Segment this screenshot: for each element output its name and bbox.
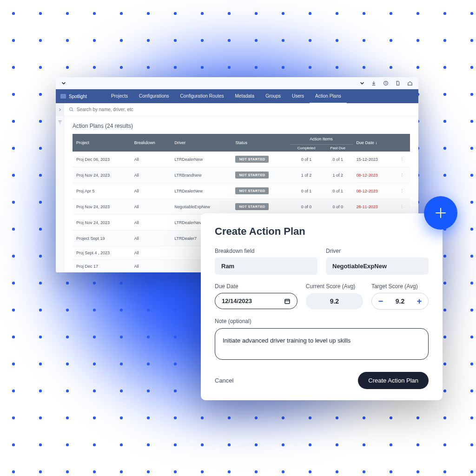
note-value: Initiate advanced driver training to lev… <box>223 337 350 344</box>
svg-point-1 <box>70 108 73 111</box>
breakdown-value: Ram <box>215 258 317 275</box>
table-row[interactable]: Proj Dec 06, 2023AllLTRDealerNewNOT STAR… <box>73 152 410 167</box>
cell-status: NOT STARTED <box>231 152 290 167</box>
current-score-value: 9.2 <box>306 293 363 310</box>
target-score-value: 9.2 <box>396 298 404 305</box>
cell-due-date: 08-12-2023 <box>353 183 394 199</box>
row-menu-icon[interactable]: ⋮ <box>394 167 410 183</box>
dialog-title: Create Action Plan <box>215 225 429 238</box>
submit-button[interactable]: Create Action Plan <box>358 372 429 389</box>
cell-breakdown: All <box>131 246 171 260</box>
current-score-label: Current Score (Avg) <box>306 283 363 290</box>
cell-project: Proj Apr 5 <box>73 183 131 199</box>
main-nav: Spotlight Projects Configurations Config… <box>56 89 418 103</box>
col-completed[interactable]: Completed <box>290 145 323 152</box>
col-past-due[interactable]: Past Due <box>323 145 353 152</box>
cell-project: Proj Sept 4 , 2023 <box>73 246 131 260</box>
cell-completed: 0 of 1 <box>290 183 323 199</box>
calendar-icon <box>284 298 291 304</box>
create-fab[interactable] <box>424 196 457 230</box>
driver-value: NegotiableExpNew <box>326 258 429 275</box>
left-gutter <box>56 116 64 272</box>
clock-icon[interactable] <box>383 80 389 86</box>
search-input[interactable] <box>77 107 414 112</box>
cell-completed: 0 of 0 <box>290 199 323 215</box>
cell-project: Proj Nov 24, 2023 <box>73 167 131 183</box>
nav-metadata[interactable]: Metadata <box>229 89 260 104</box>
table-row[interactable]: Proj Nov 24, 2023AllNegotiableExpNewNOT … <box>73 199 410 215</box>
cell-driver: LTRDealerNew <box>171 183 231 199</box>
cell-breakdown: All <box>131 199 171 215</box>
stepper-minus[interactable]: − <box>377 297 385 305</box>
download-icon[interactable] <box>371 80 377 86</box>
nav-projects[interactable]: Projects <box>106 89 133 104</box>
col-status[interactable]: Status <box>231 134 290 152</box>
cell-past-due: 1 of 2 <box>323 167 353 183</box>
cell-breakdown: All <box>131 260 171 273</box>
cell-project: Proj Nov 24, 2023 <box>73 215 131 231</box>
breakdown-label: Breakdown field <box>215 248 317 254</box>
cell-status: NOT STARTED <box>231 199 290 215</box>
nav-users[interactable]: Users <box>286 89 310 104</box>
duedate-label: Due Date <box>215 283 298 290</box>
search-wrap <box>64 107 418 112</box>
cell-project: Proj Dec 17 <box>73 260 131 273</box>
cancel-button[interactable]: Cancel <box>215 377 233 384</box>
cell-status: NOT STARTED <box>231 167 290 183</box>
window-topbar <box>56 77 418 89</box>
note-label: Note (optional) <box>215 318 429 324</box>
col-driver[interactable]: Driver <box>171 134 231 152</box>
brand[interactable]: Spotlight <box>60 94 87 99</box>
cell-breakdown: All <box>131 152 171 167</box>
cell-driver: NegotiableExpNew <box>171 199 231 215</box>
cell-breakdown: All <box>131 231 171 246</box>
row-menu-icon[interactable]: ⋮ <box>394 183 410 199</box>
sidebar-collapse-handle[interactable] <box>56 103 64 116</box>
cell-breakdown: All <box>131 215 171 231</box>
nav-config-routes[interactable]: Configuration Routes <box>175 89 230 104</box>
cell-due-date: 08-12-2023 <box>353 167 394 183</box>
col-due-date[interactable]: Due Date ↓ <box>353 134 394 152</box>
brand-label: Spotlight <box>69 94 87 99</box>
nav-action-plans[interactable]: Action Plans <box>310 89 347 104</box>
col-project[interactable]: Project <box>73 134 131 152</box>
nav-groups[interactable]: Groups <box>260 89 286 104</box>
table-row[interactable]: Proj Nov 24, 2023AllLTRBrandNewNOT START… <box>73 167 410 183</box>
chevron-down-icon[interactable] <box>360 81 364 86</box>
list-title: Action Plans (24 results) <box>73 123 410 129</box>
cell-due-date: 15-12-2023 <box>353 152 394 167</box>
col-breakdown[interactable]: Breakdown <box>131 134 171 152</box>
row-menu-icon[interactable]: ⋮ <box>394 152 410 167</box>
target-score-stepper[interactable]: − 9.2 + <box>371 293 429 310</box>
cell-project: Proj Dec 06, 2023 <box>73 152 131 167</box>
duedate-value: 12/14/2023 <box>222 298 252 304</box>
duedate-input[interactable]: 12/14/2023 <box>215 293 298 309</box>
cell-status: NOT STARTED <box>231 183 290 199</box>
target-score-label: Target Score (Avg) <box>371 283 429 290</box>
search-icon <box>69 107 74 112</box>
nav-configurations[interactable]: Configurations <box>133 89 174 104</box>
chevron-down-icon[interactable] <box>61 81 66 86</box>
plus-icon <box>434 206 448 220</box>
filter-icon[interactable] <box>58 120 62 125</box>
brand-logo-icon <box>60 94 66 99</box>
svg-rect-2 <box>285 299 290 304</box>
col-action-items: Action Items <box>290 134 352 145</box>
cell-breakdown: All <box>131 167 171 183</box>
stepper-plus[interactable]: + <box>415 297 423 305</box>
cell-past-due: 0 of 0 <box>323 199 353 215</box>
note-input[interactable]: Initiate advanced driver training to lev… <box>215 328 429 360</box>
cell-project: Proj Nov 24, 2023 <box>73 199 131 215</box>
home-icon[interactable] <box>407 80 413 86</box>
cell-due-date: 28-11-2023 <box>353 199 394 215</box>
table-row[interactable]: Proj Apr 5AllLTRDealerNewNOT STARTED0 of… <box>73 183 410 199</box>
toolbar <box>56 103 418 116</box>
cell-driver: LTRDealerNew <box>171 152 231 167</box>
cell-completed: 1 of 2 <box>290 167 323 183</box>
document-icon[interactable] <box>395 80 401 86</box>
cell-past-due: 0 of 1 <box>323 183 353 199</box>
cell-driver: LTRBrandNew <box>171 167 231 183</box>
cell-completed: 0 of 1 <box>290 152 323 167</box>
row-menu-icon[interactable]: ⋮ <box>394 199 410 215</box>
driver-label: Driver <box>326 248 429 254</box>
